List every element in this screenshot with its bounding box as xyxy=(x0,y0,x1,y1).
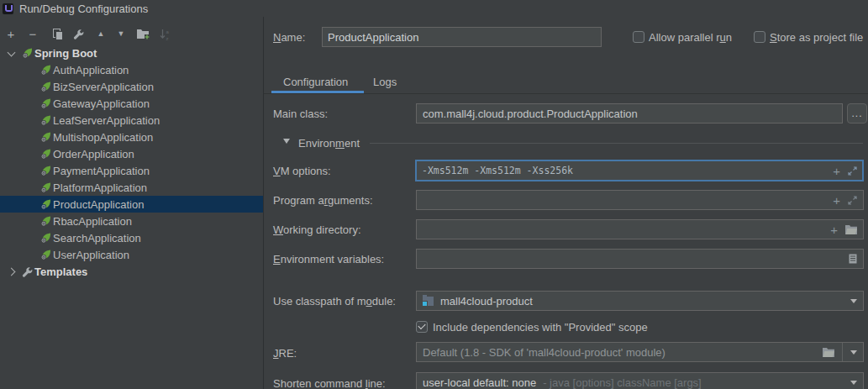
remove-button[interactable]: − xyxy=(25,27,40,41)
spring-boot-icon xyxy=(40,216,51,227)
spring-boot-icon xyxy=(40,182,51,193)
working-directory-label: Working directory: xyxy=(273,223,361,236)
vm-options-input[interactable]: -Xms512m -Xms512m -Xss256k + xyxy=(415,160,864,181)
spring-boot-icon xyxy=(40,233,51,244)
tree-item-orderapplication[interactable]: OrderApplication xyxy=(0,145,263,162)
environment-collapse-icon[interactable] xyxy=(283,139,290,144)
module-icon xyxy=(423,297,434,306)
working-directory-input[interactable]: + xyxy=(416,219,864,239)
expand-field-icon[interactable] xyxy=(848,196,857,205)
spring-boot-icon xyxy=(40,98,51,109)
edit-templates-button[interactable] xyxy=(71,27,86,41)
combo-arrow-icon[interactable] xyxy=(850,381,857,385)
tree-item-productapplication[interactable]: ProductApplication xyxy=(0,196,263,213)
tree-item-label: LeafServerApplication xyxy=(53,114,160,127)
chevron-right-icon[interactable] xyxy=(8,267,16,276)
tree-item-label: GatewayApplication xyxy=(53,97,150,110)
environment-variables-input[interactable] xyxy=(416,249,864,269)
window-icon xyxy=(3,3,13,14)
tree-item-label: MultishopApplication xyxy=(53,131,153,144)
spring-boot-icon xyxy=(40,250,51,260)
tree-item-spring-boot[interactable]: Spring Boot xyxy=(0,45,263,61)
tree-item-templates[interactable]: Templates xyxy=(0,263,263,280)
folder-icon[interactable] xyxy=(823,348,834,357)
program-arguments-input[interactable]: + xyxy=(416,190,864,210)
folder-icon[interactable] xyxy=(845,225,857,234)
shorten-command-line-combobox[interactable]: user-local default: none - java [options… xyxy=(416,372,864,389)
tree-item-label: PlatformApplication xyxy=(53,181,147,194)
folder-plus-icon xyxy=(137,29,150,39)
program-arguments-label: Program arguments: xyxy=(273,194,373,207)
tab-logs[interactable]: Logs xyxy=(373,76,397,88)
tree-item-label: OrderApplication xyxy=(53,148,134,160)
jre-label: JRE: xyxy=(273,347,297,360)
tree-item-gatewayapplication[interactable]: GatewayApplication xyxy=(0,95,263,112)
arrow-up-icon: ▲ xyxy=(97,28,105,40)
tree-item-platformapplication[interactable]: PlatformApplication xyxy=(0,179,263,196)
move-up-button[interactable]: ▲ xyxy=(93,27,108,41)
tree-item-paymentapplication[interactable]: PaymentApplication xyxy=(0,162,263,179)
spring-boot-icon xyxy=(40,65,51,76)
allow-parallel-run-label: Allow parallel run xyxy=(649,31,732,44)
shorten-command-line-label: Shorten command line: xyxy=(273,377,386,389)
arrow-down-icon: ▼ xyxy=(118,28,125,40)
main-class-input[interactable]: com.mall4j.cloud.product.ProductApplicat… xyxy=(416,103,843,124)
combo-arrow-icon[interactable] xyxy=(850,299,857,303)
tree-item-label: Templates xyxy=(34,265,87,278)
tree-item-label: ProductApplication xyxy=(53,198,144,211)
add-macro-icon[interactable]: + xyxy=(833,166,840,176)
name-input[interactable] xyxy=(322,27,602,47)
tree-item-label: BizServerApplication xyxy=(53,81,154,93)
combo-arrow-icon[interactable] xyxy=(850,350,857,355)
allow-parallel-run-checkbox[interactable] xyxy=(633,31,644,43)
spring-boot-icon xyxy=(40,115,51,126)
tree-item-authapplication[interactable]: AuthApplication xyxy=(0,61,263,78)
expand-field-icon[interactable] xyxy=(848,166,857,176)
tab-configuration[interactable]: Configuration xyxy=(283,76,348,88)
spring-boot-icon xyxy=(40,81,51,92)
include-provided-label: Include dependencies with "Provided" sco… xyxy=(433,321,648,334)
create-folder-button[interactable] xyxy=(135,27,150,41)
use-classpath-combobox[interactable]: mall4cloud-product xyxy=(416,291,864,311)
spring-boot-icon xyxy=(40,132,51,143)
panel-divider[interactable] xyxy=(263,17,264,389)
add-macro-icon[interactable]: + xyxy=(833,195,840,206)
vm-options-label: VM options: xyxy=(273,165,331,177)
copy-icon xyxy=(52,29,63,40)
add-macro-icon[interactable]: + xyxy=(830,224,838,235)
sort-configurations-button[interactable]: az xyxy=(157,27,172,41)
jre-combobox[interactable]: Default (1.8 - SDK of 'mall4cloud-produc… xyxy=(416,342,864,362)
use-classpath-label: Use classpath of module: xyxy=(273,295,396,308)
spring-boot-icon xyxy=(40,199,51,210)
svg-text:z: z xyxy=(166,35,168,40)
chevron-down-icon[interactable] xyxy=(8,48,16,56)
dialog-title: Run/Debug Configurations xyxy=(19,3,148,15)
plus-icon: + xyxy=(8,28,15,40)
tree-item-label: UserApplication xyxy=(53,249,129,261)
tree-item-bizserverapplication[interactable]: BizServerApplication xyxy=(0,78,263,95)
tree-item-leafserverapplication[interactable]: LeafServerApplication xyxy=(0,112,263,129)
tree-item-label: AuthApplication xyxy=(53,64,129,76)
main-class-browse-button[interactable]: ... xyxy=(847,103,867,124)
sort-az-icon: az xyxy=(160,29,171,40)
run-debug-configurations-dialog: Run/Debug Configurations + − ▲ ▼ az Spri… xyxy=(0,0,868,389)
combo-divider xyxy=(842,343,843,361)
include-provided-checkbox[interactable] xyxy=(416,321,428,333)
minus-icon: − xyxy=(29,28,37,40)
browse-variables-icon[interactable] xyxy=(849,254,857,264)
environment-section-rule xyxy=(370,143,863,144)
wrench-icon xyxy=(73,29,84,39)
main-class-label: Main class: xyxy=(273,108,328,120)
tree-item-searchapplication[interactable]: SearchApplication xyxy=(0,229,263,246)
name-label: Name: xyxy=(273,31,305,44)
tree-item-multishopapplication[interactable]: MultishopApplication xyxy=(0,129,263,145)
tree-item-label: RbacApplication xyxy=(53,215,132,228)
tree-item-userapplication[interactable]: UserApplication xyxy=(0,246,263,263)
copy-configuration-button[interactable] xyxy=(50,27,65,41)
add-button[interactable]: + xyxy=(3,27,18,41)
tree-item-label: Spring Boot xyxy=(34,47,97,60)
spring-boot-icon xyxy=(40,166,51,176)
tree-item-rbacapplication[interactable]: RbacApplication xyxy=(0,213,263,229)
move-down-button[interactable]: ▼ xyxy=(113,27,129,41)
store-as-project-file-checkbox[interactable] xyxy=(754,31,765,43)
